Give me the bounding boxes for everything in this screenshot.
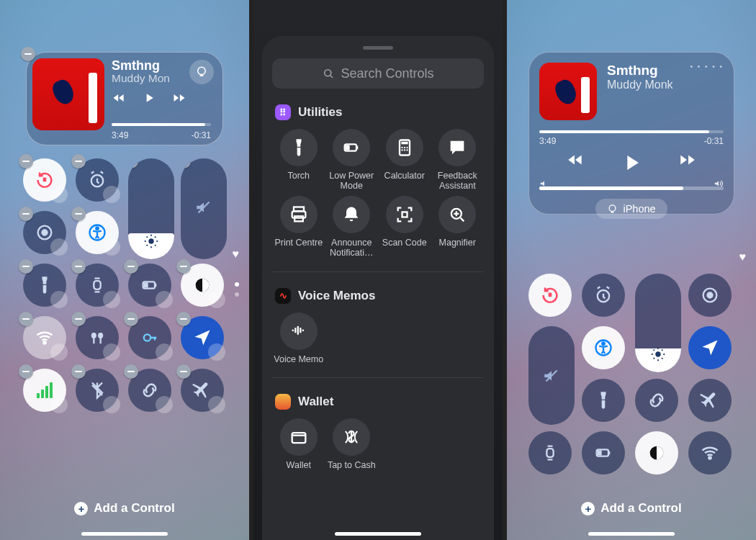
volume-slider[interactable] <box>528 326 575 425</box>
brightness-slider[interactable] <box>128 158 174 259</box>
resize-grip-icon[interactable] <box>208 291 225 308</box>
add-control-button[interactable]: + Add a Control <box>507 501 756 516</box>
resize-grip-icon[interactable] <box>103 186 120 203</box>
rewind-icon[interactable] <box>112 91 126 108</box>
home-indicator[interactable] <box>335 532 421 536</box>
wifi-button[interactable] <box>688 431 732 474</box>
location-button[interactable] <box>181 316 224 359</box>
airplay-icon[interactable] <box>189 60 214 84</box>
gallery-item-feedback[interactable]: Feedback Assistant <box>431 129 485 192</box>
resize-grip-icon[interactable] <box>50 186 68 203</box>
resize-grip-icon[interactable] <box>208 343 225 361</box>
gallery-item-calculator[interactable]: Calculator <box>378 129 431 192</box>
cellular-button[interactable] <box>23 369 66 412</box>
forward-icon[interactable] <box>172 91 186 108</box>
remove-icon[interactable] <box>124 312 138 326</box>
home-indicator[interactable] <box>81 532 168 536</box>
gallery-item-wallet[interactable]: Wallet <box>272 418 325 470</box>
resize-grip-icon[interactable] <box>208 396 225 413</box>
alarm-button[interactable] <box>76 158 119 202</box>
home-indicator[interactable] <box>588 532 675 536</box>
resize-grip-icon[interactable] <box>103 343 120 361</box>
remove-icon[interactable] <box>176 259 191 274</box>
watch-button[interactable] <box>528 431 572 474</box>
link-button[interactable] <box>635 379 678 422</box>
remove-icon[interactable] <box>19 364 33 379</box>
gallery-item-tap-to-cash[interactable]: Tap to Cash <box>325 418 379 470</box>
remove-icon[interactable] <box>176 312 191 326</box>
favorites-heart-icon[interactable]: ♥ <box>233 248 240 261</box>
remove-icon[interactable] <box>71 364 86 379</box>
volume-slider[interactable] <box>539 186 724 190</box>
remove-icon[interactable] <box>19 154 33 168</box>
gallery-item-scan-code[interactable]: Scan Code <box>378 196 431 258</box>
airpods-button[interactable] <box>76 316 119 359</box>
bluetooth-button[interactable] <box>76 369 119 412</box>
page-dots[interactable] <box>235 282 239 297</box>
low-power-button[interactable] <box>128 264 171 307</box>
torch-button[interactable] <box>582 379 625 422</box>
screen-record-button[interactable] <box>688 274 732 317</box>
accessibility-button[interactable] <box>76 211 119 254</box>
play-icon[interactable] <box>619 150 644 178</box>
audio-route-button[interactable]: iPhone <box>595 199 667 219</box>
gallery-item-magnifier[interactable]: Magnifier <box>431 196 485 258</box>
passwords-button[interactable] <box>128 316 171 359</box>
forward-icon[interactable] <box>678 150 697 178</box>
remove-icon[interactable] <box>124 259 138 274</box>
airplane-mode-button[interactable] <box>181 369 224 412</box>
gallery-item-print[interactable]: Print Centre <box>272 196 325 258</box>
link-button[interactable] <box>128 369 171 412</box>
watch-button[interactable] <box>76 264 119 307</box>
resize-grip-icon[interactable] <box>156 343 173 361</box>
remove-icon[interactable] <box>19 312 33 326</box>
rotation-lock-button[interactable] <box>23 158 66 202</box>
alarm-button[interactable] <box>582 274 625 317</box>
more-icon[interactable]: • • • • • <box>690 63 724 120</box>
rotation-lock-button[interactable] <box>528 274 572 317</box>
remove-icon[interactable] <box>71 207 86 221</box>
now-playing-large[interactable]: Smthng Muddy Monk • • • • • 3:49-0:31 iP… <box>528 52 734 215</box>
search-input[interactable]: Search Controls <box>272 58 484 89</box>
remove-icon[interactable] <box>71 259 86 274</box>
now-playing-card[interactable]: Smthng Muddy Mon 3:49 -0:31 <box>26 52 223 145</box>
scrubber[interactable] <box>112 123 211 126</box>
torch-button[interactable] <box>23 264 66 307</box>
brightness-slider[interactable] <box>635 274 681 372</box>
low-power-button[interactable] <box>582 431 625 474</box>
resize-grip-icon[interactable] <box>50 343 68 361</box>
airplane-mode-button[interactable] <box>688 379 732 422</box>
screen-record-button[interactable] <box>23 211 66 254</box>
favorites-heart-icon[interactable]: ♥ <box>739 251 747 264</box>
gallery-item-voice-memo[interactable]: Voice Memo <box>272 312 325 364</box>
gallery-item-torch[interactable]: Torch <box>272 129 325 192</box>
remove-icon[interactable] <box>181 158 191 168</box>
play-icon[interactable] <box>142 91 156 108</box>
sheet-grabber[interactable] <box>363 46 393 50</box>
resize-grip-icon[interactable] <box>156 291 173 308</box>
resize-grip-icon[interactable] <box>50 291 68 308</box>
accessibility-button[interactable] <box>582 326 625 369</box>
resize-grip-icon[interactable] <box>156 396 173 413</box>
remove-icon[interactable] <box>124 364 138 379</box>
dark-mode-button[interactable] <box>181 264 224 307</box>
gallery-item-announce[interactable]: Announce Notificati… <box>325 196 379 258</box>
remove-icon[interactable] <box>176 364 191 379</box>
rewind-icon[interactable] <box>566 150 585 178</box>
scrubber[interactable] <box>539 130 724 133</box>
remove-icon[interactable] <box>21 47 35 61</box>
resize-grip-icon[interactable] <box>103 396 120 413</box>
volume-slider[interactable] <box>181 158 227 259</box>
location-button[interactable] <box>688 326 732 369</box>
remove-icon[interactable] <box>19 207 33 221</box>
resize-grip-icon[interactable] <box>50 238 68 256</box>
remove-icon[interactable] <box>19 259 33 274</box>
resize-grip-icon[interactable] <box>50 396 68 413</box>
remove-icon[interactable] <box>71 154 86 168</box>
remove-icon[interactable] <box>71 312 86 326</box>
add-control-button[interactable]: + Add a Control <box>0 501 249 516</box>
remove-icon[interactable] <box>128 158 138 168</box>
dark-mode-button[interactable] <box>635 431 678 474</box>
resize-grip-icon[interactable] <box>103 238 120 256</box>
gallery-item-low-power[interactable]: Low Power Mode <box>325 129 379 192</box>
